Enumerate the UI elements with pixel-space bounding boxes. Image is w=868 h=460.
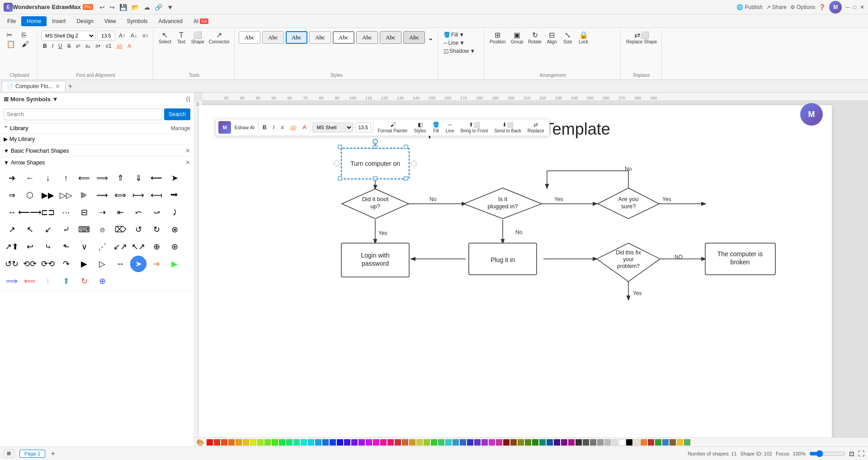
style-swatch-7[interactable]: Abc — [380, 31, 401, 44]
color-emerald[interactable] — [279, 439, 285, 446]
ft-replace-button[interactable]: ⇄ Replace — [525, 120, 547, 135]
arrow-shape-20[interactable]: ⮕ — [166, 187, 183, 203]
style-swatch-6[interactable]: Abc — [356, 31, 378, 44]
color-sky[interactable] — [308, 439, 314, 446]
style-swatch-4[interactable]: Abc — [309, 31, 331, 44]
color-gold[interactable] — [243, 439, 249, 446]
rotate-button[interactable]: ↻ Rotate — [526, 31, 543, 45]
cut-button[interactable]: ✂ — [5, 31, 19, 40]
document-tab[interactable]: 📄 Computer Flo... ✕ — [2, 81, 66, 91]
arrow-shape-46[interactable]: ⋰ — [94, 239, 110, 255]
page-view-button[interactable]: ⊞ — [4, 449, 14, 458]
color-medium-gray[interactable] — [590, 439, 596, 446]
arrow-shape-13[interactable]: ▶▶ — [40, 187, 56, 203]
arrow-shape-51[interactable]: ↺↻ — [4, 256, 20, 272]
strikethrough-button[interactable]: S — [66, 42, 73, 50]
arrow-shape-39[interactable]: ↻ — [148, 221, 165, 238]
color-dark-purple[interactable] — [561, 439, 567, 446]
arrow-shape-41[interactable]: ↗⬆ — [4, 239, 20, 255]
arrow-shape-53[interactable]: ⟳⟲ — [40, 256, 56, 272]
arrow-shape-62[interactable]: ⟸ — [22, 273, 38, 289]
color-dark-blue[interactable] — [330, 439, 336, 446]
color-medium-magenta[interactable] — [489, 439, 495, 446]
color-navy[interactable] — [547, 439, 553, 446]
arrow-shape-38[interactable]: ↺ — [130, 221, 146, 238]
ai-floating-button[interactable]: M — [800, 103, 823, 126]
arrow-shape-30[interactable]: ⤸ — [166, 204, 183, 221]
arrow-shape-12[interactable]: ⬡ — [22, 187, 38, 203]
arrow-shape-64[interactable]: ⬆ — [58, 273, 74, 289]
arrow-shape-40[interactable]: ⊗ — [166, 221, 183, 238]
color-sienna[interactable] — [402, 439, 408, 446]
rotation-handle[interactable] — [373, 139, 377, 144]
replace-shape-button[interactable]: ⇄⬜ Replace Shape — [624, 31, 659, 45]
color-black[interactable] — [626, 439, 632, 446]
more-dropdown[interactable]: ▼ — [165, 3, 175, 12]
color-blue-violet[interactable] — [344, 439, 350, 446]
color-medium-forest[interactable] — [655, 439, 661, 446]
color-lime[interactable] — [424, 439, 430, 446]
options-button[interactable]: ⚙ Options — [790, 4, 815, 10]
color-white[interactable] — [619, 439, 625, 446]
flowchart-section-close[interactable]: ✕ — [185, 147, 190, 154]
arrow-shape-7[interactable]: ⇑ — [112, 170, 128, 186]
color-brown[interactable] — [510, 439, 517, 446]
color-red[interactable] — [207, 439, 213, 446]
manage-button[interactable]: Manage — [171, 125, 190, 131]
color-turquoise[interactable] — [301, 439, 307, 446]
arrow-shape-37[interactable]: ⌦ — [112, 221, 128, 238]
color-hot-pink[interactable] — [380, 439, 387, 446]
arrow-shape-10[interactable]: ➤ — [166, 170, 183, 186]
color-amber[interactable] — [236, 439, 242, 446]
position-button[interactable]: ⊞ Position — [488, 31, 508, 45]
arrow-shape-56[interactable]: ▷ — [94, 256, 110, 272]
shape-button[interactable]: ⬜ Shape — [189, 31, 206, 45]
open-button[interactable]: 📂 — [130, 3, 141, 12]
ft-bring-to-front-button[interactable]: ⬆⬜ Bring to Front — [458, 120, 491, 135]
arrow-shape-42[interactable]: ↩ — [22, 239, 38, 255]
ft-format-painter-button[interactable]: 🖌 Format Painter — [375, 120, 410, 135]
arrow-shape-21[interactable]: ↔ — [4, 204, 20, 221]
arrow-shape-54[interactable]: ↷ — [58, 256, 74, 272]
color-cornflower[interactable] — [460, 439, 466, 446]
color-lighter-gray[interactable] — [612, 439, 618, 446]
format-painter-button[interactable]: 🖌 — [20, 40, 34, 49]
arrow-shape-5[interactable]: ⟸ — [76, 170, 92, 186]
arrow-shape-15[interactable]: ⫸ — [76, 187, 92, 203]
select-button[interactable]: ↖ Select — [157, 31, 173, 45]
color-indigo[interactable] — [337, 439, 343, 446]
font-size-input[interactable] — [97, 31, 115, 41]
color-blue-purple[interactable] — [474, 439, 481, 446]
zoom-fit-button[interactable]: ⊡ — [849, 450, 854, 457]
color-silver[interactable] — [597, 439, 604, 446]
drawing-canvas[interactable]: Computer Flowchart Template — [199, 105, 832, 437]
arrow-shape-47[interactable]: ↙↗ — [112, 239, 128, 255]
handle-tr[interactable] — [404, 145, 408, 149]
arrow-shape-58[interactable]: ➤ — [130, 256, 146, 272]
arrow-shape-48[interactable]: ↖↗ — [130, 239, 146, 255]
color-dark-violet[interactable] — [554, 439, 560, 446]
arrow-shape-44[interactable]: ⬑ — [58, 239, 74, 255]
color-dark-teal[interactable] — [539, 439, 546, 446]
color-plum[interactable] — [568, 439, 575, 446]
redo-button[interactable]: ↪ — [108, 3, 117, 12]
save-button[interactable]: 💾 — [118, 3, 129, 12]
color-crimson[interactable] — [648, 439, 654, 446]
font-align-button[interactable]: ≡↕ — [141, 32, 150, 40]
arrow-shape-52[interactable]: ⟲⟳ — [22, 256, 38, 272]
arrow-shape-27[interactable]: ⇤ — [112, 204, 128, 221]
color-seafoam[interactable] — [293, 439, 300, 446]
color-saffron[interactable] — [677, 439, 683, 446]
arrow-shape-32[interactable]: ↖ — [22, 221, 38, 238]
arrow-shape-63[interactable]: ↑ — [40, 273, 56, 289]
lock-button[interactable]: 🔒 Lock — [576, 31, 591, 45]
arrow-shape-19[interactable]: ⟻ — [148, 187, 165, 203]
color-light-gray[interactable] — [604, 439, 611, 446]
arrow-shape-4[interactable]: ↑ — [58, 170, 74, 186]
ft-styles-button[interactable]: ◧ Styles — [412, 120, 429, 135]
color-olive[interactable] — [416, 439, 423, 446]
menu-insert[interactable]: Insert — [47, 16, 71, 26]
menu-symbols[interactable]: Symbols — [122, 16, 153, 26]
arrow-section-close[interactable]: ✕ — [185, 159, 190, 166]
text-color-button[interactable]: A — [126, 42, 133, 50]
